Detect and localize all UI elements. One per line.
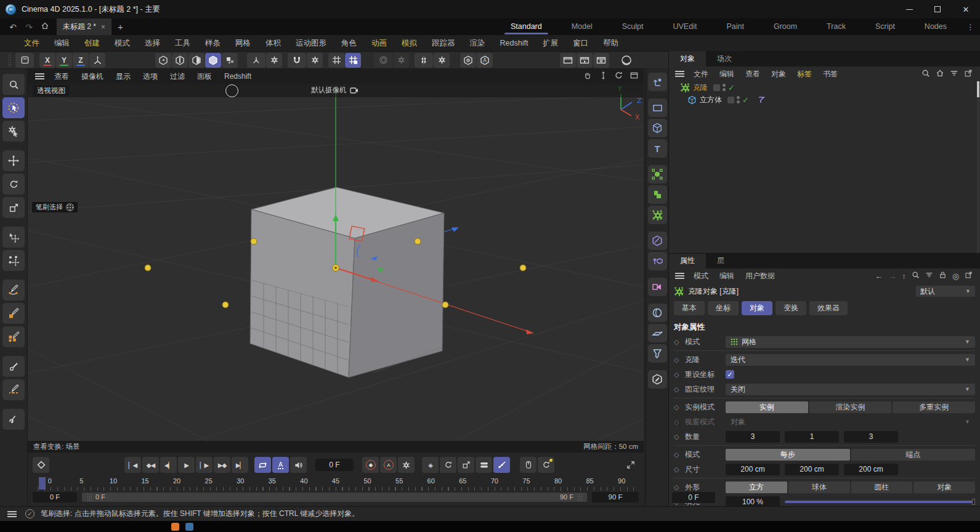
object-manager-scrollbar[interactable] [977,81,979,252]
tweak-tool-icon[interactable] [2,121,25,142]
spline-tools-icon[interactable] [648,73,667,91]
workspace-more-icon[interactable]: ⋮ [962,23,980,31]
rotate-tool-icon[interactable] [2,174,25,195]
auto-mode-icon[interactable]: A [477,53,493,68]
document-tab[interactable]: 未标题 2 * × [57,18,111,35]
key-parameter-toggle[interactable] [476,457,492,473]
menu-item[interactable]: 样条 [198,35,227,51]
autokey-button[interactable]: A [380,457,397,473]
am-lock-icon[interactable] [939,271,947,281]
count-field[interactable]: 1 [785,431,839,443]
axis-modify-icon[interactable] [247,53,265,68]
floor-icon[interactable] [648,324,667,342]
range-handle-left[interactable] [87,494,92,501]
attribute-manager-tab[interactable]: 层 [706,253,735,268]
minimize-button[interactable] [895,0,923,18]
record-keyframe-button[interactable]: ◆ [362,457,379,473]
mode-dropdown[interactable]: 网格▼ [726,336,975,348]
property-tab[interactable]: 对象 [742,301,772,315]
menu-item[interactable]: 渲染 [463,35,492,51]
axis-settings-gear-icon[interactable] [266,53,282,68]
transform-tool-icon[interactable] [2,227,25,248]
prev-key-button[interactable]: ◆◀ [142,457,159,473]
taskbar-app-icon[interactable] [171,523,179,531]
symmetry-icon[interactable] [415,53,433,68]
object-row-cube[interactable]: 立方体 ✓ [669,94,980,106]
mouse-record-button[interactable] [520,457,537,473]
soft-selection-icon[interactable] [374,53,392,68]
viewport-view-label[interactable]: 透视视图 [33,85,70,97]
motext-icon[interactable]: T [648,139,667,158]
key-position-toggle[interactable]: ◈ [422,457,439,473]
instance-mode-option[interactable]: 渲染实例 [809,401,892,413]
viewport-menu-item[interactable]: 选项 [137,68,164,84]
menu-item[interactable]: Redshift [493,35,535,51]
om-hamburger-icon[interactable] [675,71,684,77]
preset-dropdown[interactable]: 默认▼ [916,286,975,297]
goto-end-button[interactable]: ▶▏ [232,457,248,473]
current-frame-field[interactable]: 0 F [315,459,354,471]
model-mode-button[interactable] [205,53,221,68]
lock-z-axis-button[interactable]: Z [73,53,89,68]
workspace-tab[interactable]: Model [557,18,607,35]
am-menu-item[interactable]: 用户数据 [740,268,780,284]
om-menu-item[interactable]: 查看 [740,66,766,82]
render-view-button[interactable] [560,53,576,68]
property-tab[interactable]: 变换 [775,301,806,315]
anim-dot-icon[interactable]: ◇ [674,451,685,459]
playhead[interactable] [39,477,46,490]
om-menu-item[interactable]: 标签 [792,66,817,82]
workspace-tab[interactable]: Nodes [910,18,962,35]
home-icon[interactable] [37,22,53,32]
line-cut-tool-icon[interactable] [2,379,25,400]
redo-icon[interactable]: ↷ [21,22,37,32]
am-menu-item[interactable]: 编辑 [714,268,740,284]
viewport-camera-label[interactable]: 默认摄像机 [311,86,358,95]
am-forward-icon[interactable]: → [888,272,896,281]
render-settings-button[interactable] [593,53,609,68]
menu-item[interactable]: 选择 [138,35,167,51]
range-start-field[interactable]: 0 F [33,492,77,502]
anim-dot-icon[interactable]: ◇ [674,403,685,411]
size-field[interactable]: 200 cm [726,464,780,475]
rectangle-pen-icon[interactable] [2,303,25,324]
viewport-pan-icon[interactable] [583,71,593,82]
spline-pen-icon[interactable] [2,280,25,300]
lock-x-axis-button[interactable]: X [39,53,55,68]
keyframe-diamond-button[interactable] [33,457,49,473]
viewport-menu-item[interactable]: 摄像机 [75,68,110,84]
anim-dot-icon[interactable]: ◇ [674,385,685,393]
size-field[interactable]: 200 cm [844,464,898,475]
workspace-tab[interactable]: Standard [496,18,557,35]
multi-move-tool-icon[interactable] [2,250,25,271]
enabled-check-icon[interactable]: ✓ [728,83,735,92]
object-row-cloner[interactable]: 克隆 ✓ [669,81,980,94]
play-button[interactable]: ▶ [178,457,195,473]
close-button[interactable]: ✕ [952,0,980,18]
workspace-tab[interactable]: Sculpt [607,18,658,35]
viewport-hamburger-icon[interactable] [35,73,44,79]
shape-option[interactable]: 圆柱 [851,482,913,493]
camera-swap-icon[interactable] [350,87,358,94]
rotate-record-button[interactable] [538,457,554,473]
property-tab[interactable]: 坐标 [708,301,739,315]
anim-dot-icon[interactable]: ◇ [674,356,685,364]
lock-y-axis-button[interactable]: Y [56,53,72,68]
shape-option[interactable]: 立方 [726,482,787,493]
clone-dropdown[interactable]: 迭代▼ [726,354,975,366]
anim-dot-icon[interactable]: ◇ [674,483,685,491]
material-sphere-icon[interactable] [618,53,634,68]
quantize-grid-icon[interactable] [345,53,361,68]
menu-item[interactable]: 跟踪器 [425,35,462,51]
enabled-check-icon[interactable]: ✓ [742,95,749,105]
key-rotation-toggle[interactable] [440,457,456,473]
next-frame-button[interactable]: ▏▶ [196,457,213,473]
anim-dot-icon[interactable]: ◇ [674,465,685,474]
points-mode-button[interactable] [155,53,171,68]
key-scale-toggle[interactable] [458,457,474,473]
size-field[interactable]: 200 cm [785,464,839,475]
panel-frame-field[interactable]: 0 F [672,492,715,503]
menu-item[interactable]: 文件 [17,35,46,51]
menu-item[interactable]: 动画 [365,35,394,51]
am-back-icon[interactable]: ← [875,272,883,281]
